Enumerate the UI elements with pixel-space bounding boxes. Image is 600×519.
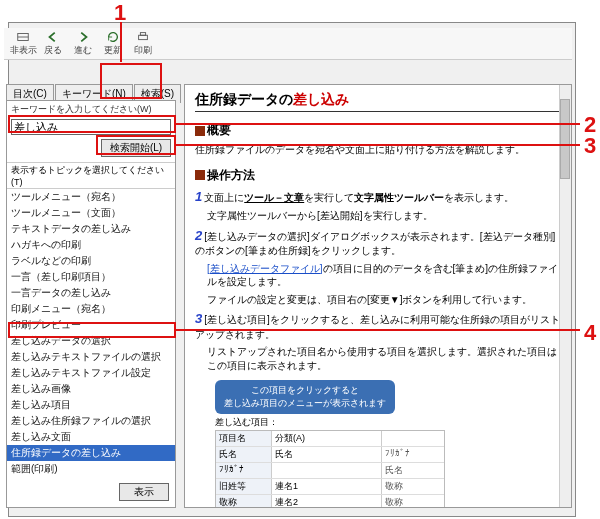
step-3b: リストアップされた項目名から使用する項目を選択します。選択された項目はこの項目に… bbox=[207, 345, 561, 372]
topic-item[interactable]: 住所録データの差し込み bbox=[7, 445, 175, 461]
callout-1: 1 bbox=[114, 0, 126, 26]
grid-cell bbox=[382, 431, 442, 446]
merge-fields-grid[interactable]: 項目名分類(A)氏名氏名ﾌﾘｶﾞﾅﾌﾘｶﾞﾅ氏名旧姓等連名1敬称敬称連名2敬称連… bbox=[215, 430, 445, 508]
grid-cell: 氏名 bbox=[216, 447, 272, 462]
callout-3: 3 bbox=[584, 133, 596, 159]
topic-item[interactable]: 印刷プレビュー bbox=[7, 317, 175, 333]
grid-cell: 敬称 bbox=[382, 495, 442, 508]
hint-bubble: この項目をクリックすると差し込み項目のメニューが表示されます bbox=[215, 380, 395, 414]
topic-list[interactable]: ツールメニュー（宛名）ツールメニュー（文面）テキストデータの差し込みハガキへの印… bbox=[7, 188, 175, 479]
topic-item[interactable]: 一言（差し印刷項目） bbox=[7, 269, 175, 285]
step-1b: 文字属性ツールバーから[差込開始]を実行します。 bbox=[207, 209, 561, 223]
grid-cell: 氏名 bbox=[272, 447, 382, 462]
svg-rect-3 bbox=[139, 35, 148, 39]
step-2b: [差し込みデータファイル]の項目に目的のデータを含む[筆まめ]の住所録ファイルを… bbox=[207, 262, 561, 289]
method-heading: 操作方法 bbox=[195, 167, 561, 184]
print-label: 印刷 bbox=[134, 44, 152, 57]
grid-row[interactable]: ﾌﾘｶﾞﾅ氏名 bbox=[216, 463, 444, 479]
topic-item[interactable]: 差し込みテキストファイル設定 bbox=[7, 365, 175, 381]
help-content: 住所録データの差し込み 概要 住所録ファイルのデータを宛名や文面上に貼り付ける方… bbox=[184, 84, 572, 508]
content-scrollbar[interactable] bbox=[559, 85, 571, 507]
topic-item[interactable]: ハガキへの印刷 bbox=[7, 237, 175, 253]
topic-item[interactable]: 差し込みテキストファイルの選択 bbox=[7, 349, 175, 365]
topic-item[interactable]: 差し込み文面 bbox=[7, 429, 175, 445]
forward-label: 進む bbox=[74, 44, 92, 57]
grid-cell: 項目名 bbox=[216, 431, 272, 446]
grid-row[interactable]: 旧姓等連名1敬称 bbox=[216, 479, 444, 495]
search-start-button[interactable]: 検索開始(L) bbox=[101, 139, 171, 157]
topic-item[interactable]: 一言データの差し込み bbox=[7, 285, 175, 301]
merge-file-link[interactable]: [差し込みデータファイル] bbox=[207, 263, 323, 274]
keyword-label: キーワードを入力してください(W) bbox=[7, 101, 175, 118]
hide-button[interactable]: 非表示 bbox=[8, 30, 38, 57]
topic-item[interactable]: ラベルなどの印刷 bbox=[7, 253, 175, 269]
step-2c: ファイルの設定と変更は、項目右の[変更▼]ボタンを利用して行います。 bbox=[207, 293, 561, 307]
grid-cell bbox=[272, 463, 382, 478]
forward-button[interactable]: 進む bbox=[68, 30, 98, 57]
grid-cell: 連名2 bbox=[272, 495, 382, 508]
grid-cell: 連名1 bbox=[272, 479, 382, 494]
topic-item[interactable]: ツールメニュー（文面） bbox=[7, 205, 175, 221]
scroll-thumb[interactable] bbox=[560, 99, 570, 179]
grid-row[interactable]: 氏名氏名ﾌﾘｶﾞﾅ bbox=[216, 447, 444, 463]
grid-cell: 氏名 bbox=[382, 463, 442, 478]
callout-4: 4 bbox=[584, 320, 596, 346]
topic-item[interactable]: 印刷メニュー（宛名） bbox=[7, 301, 175, 317]
keyword-input[interactable] bbox=[11, 119, 171, 135]
topic-item[interactable]: 差し込み項目 bbox=[7, 397, 175, 413]
refresh-button[interactable]: 更新 bbox=[98, 30, 128, 57]
grid-row[interactable]: 敬称連名2敬称 bbox=[216, 495, 444, 508]
topic-item[interactable]: テキストデータの差し込み bbox=[7, 221, 175, 237]
topic-item[interactable]: ツールメニュー（宛名） bbox=[7, 189, 175, 205]
grid-cell: 旧姓等 bbox=[216, 479, 272, 494]
hide-label: 非表示 bbox=[10, 44, 37, 57]
help-toolbar: 非表示 戻る 進む 更新 印刷 bbox=[4, 28, 572, 60]
title-pre: 住所録データの bbox=[195, 91, 293, 107]
back-label: 戻る bbox=[44, 44, 62, 57]
grid-row[interactable]: 項目名分類(A) bbox=[216, 431, 444, 447]
grid-cell: ﾌﾘｶﾞﾅ bbox=[216, 463, 272, 478]
svg-rect-4 bbox=[140, 33, 145, 36]
title-highlight: 差し込み bbox=[293, 91, 349, 107]
step-2a: 2[差し込みデータの選択]ダイアログボックスが表示されます。[差込データ種別]の… bbox=[195, 227, 561, 258]
topic-item[interactable]: 範囲(印刷) bbox=[7, 461, 175, 477]
grid-cell: ﾌﾘｶﾞﾅ bbox=[382, 447, 442, 462]
topic-item[interactable]: 差し込み住所録ファイルの選択 bbox=[7, 413, 175, 429]
step-3a: 3[差し込む項目]をクリックすると、差し込みに利用可能な住所録の項目がリストアッ… bbox=[195, 310, 561, 341]
topic-item[interactable]: 差し込みデータの選択 bbox=[7, 333, 175, 349]
back-button[interactable]: 戻る bbox=[38, 30, 68, 57]
grid-cell: 分類(A) bbox=[272, 431, 382, 446]
grid-caption: 差し込む項目： bbox=[215, 416, 561, 429]
grid-cell: 敬称 bbox=[216, 495, 272, 508]
search-pane: キーワードを入力してください(W) 検索開始(L) 表示するトピックを選択してく… bbox=[6, 100, 176, 508]
step-1: 1文面上にツール－文章を実行して文字属性ツールバーを表示します。 bbox=[195, 188, 561, 206]
page-title: 住所録データの差し込み bbox=[195, 91, 561, 112]
grid-cell: 敬称 bbox=[382, 479, 442, 494]
display-button[interactable]: 表示 bbox=[119, 483, 169, 501]
topic-select-label: 表示するトピックを選択してください(T) bbox=[7, 162, 175, 188]
topic-item[interactable]: 差し込み画像 bbox=[7, 381, 175, 397]
print-button[interactable]: 印刷 bbox=[128, 30, 158, 57]
